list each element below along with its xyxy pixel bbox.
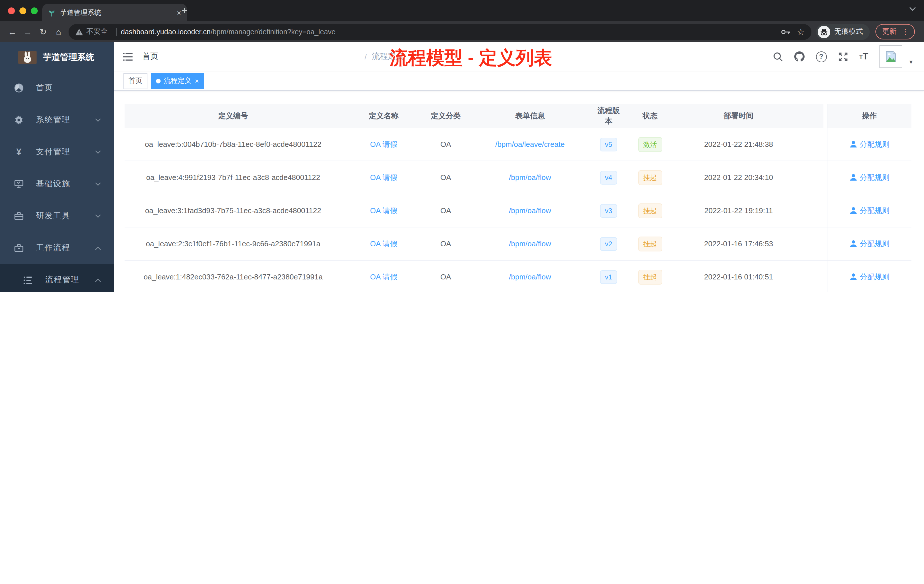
url-path: /bpm/manager/definition?key=oa_leave [211, 28, 335, 36]
form-link[interactable]: /bpm/oa/flow [509, 173, 551, 182]
form-link[interactable]: /bpm/oa/flow [509, 239, 551, 248]
table-row: oa_leave:2:3c1f0ef1-76b1-11ec-9c66-a2380… [125, 228, 911, 261]
status-badge: 挂起 [638, 170, 662, 185]
sidebar-item-label: 首页 [36, 83, 53, 93]
definition-name-link[interactable]: OA 请假 [370, 172, 397, 183]
zoom-window-button[interactable] [31, 7, 38, 14]
chevron-down-icon [95, 150, 101, 154]
url-bar[interactable]: 不安全 dashboard.yudao.iocoder.cn/bpm/manag… [69, 24, 812, 40]
sidebar-item-devtools[interactable]: 研发工具 [0, 200, 114, 232]
sidebar-item-system[interactable]: 系统管理 [0, 104, 114, 136]
fullscreen-icon[interactable] [838, 52, 848, 61]
tag-process-definition[interactable]: 流程定义 × [151, 73, 204, 89]
table-header-row: 定义编号 定义名称 定义分类 表单信息 流程版本 状态 部署时间 操作 [125, 104, 911, 128]
sidebar-item-label: 研发工具 [36, 211, 70, 221]
monitor-icon [14, 180, 23, 188]
version-badge: v5 [600, 137, 617, 151]
bookmark-star-icon[interactable]: ☆ [797, 26, 805, 37]
close-window-button[interactable] [8, 7, 15, 14]
sidebar-collapse-icon[interactable] [123, 52, 132, 61]
tag-home[interactable]: 首页 [124, 73, 147, 89]
assign-rule-button[interactable]: 分配规则 [850, 205, 889, 216]
dashboard-icon [14, 83, 23, 92]
reload-button[interactable]: ↻ [35, 24, 51, 40]
form-link[interactable]: /bpm/oa/flow [509, 272, 551, 281]
url-host: dashboard.yudao.iocoder.cn [121, 28, 211, 36]
sidebar-item-payment[interactable]: ¥ 支付管理 [0, 136, 114, 168]
github-icon[interactable] [794, 51, 804, 62]
sidebar-logo[interactable]: 芋道管理系统 [0, 42, 114, 72]
tag-label: 流程定义 [164, 76, 191, 86]
search-icon[interactable] [773, 52, 782, 61]
table-row: oa_leave:5:004b710b-7b8a-11ec-8ef0-acde4… [125, 128, 911, 161]
assign-rule-button[interactable]: 分配规则 [850, 139, 889, 149]
avatar-caret-icon[interactable]: ▾ [909, 58, 912, 66]
sidebar-item-process-management[interactable]: 流程管理 [0, 264, 114, 292]
workflow-submenu: 流程管理 流程表单 用户分组 [0, 264, 114, 292]
version-badge: v4 [600, 171, 617, 184]
help-icon[interactable]: ? [816, 51, 827, 62]
incognito-label: 无痕模式 [834, 27, 863, 36]
status-badge: 挂起 [638, 203, 662, 218]
table-row: oa_leave:3:1fad3d93-7b75-11ec-a3c8-acde4… [125, 194, 911, 228]
version-badge: v1 [600, 270, 617, 284]
sidebar-item-label: 工作流程 [36, 243, 70, 253]
browser-tab[interactable]: 芋道管理系统 × [42, 4, 187, 21]
avatar[interactable] [880, 45, 903, 68]
new-tab-button[interactable]: + [182, 5, 187, 16]
breadcrumb-home[interactable]: 首页 [142, 51, 360, 62]
definition-name-link[interactable]: OA 请假 [370, 139, 397, 149]
chrome-update-button[interactable]: 更新 ⋮ [875, 24, 915, 40]
password-key-icon[interactable] [781, 29, 790, 35]
security-warning-icon[interactable] [76, 28, 83, 35]
tag-close-icon[interactable]: × [195, 77, 199, 85]
url-divider [116, 28, 116, 36]
chevron-up-icon [95, 278, 101, 282]
home-button[interactable]: ⌂ [51, 24, 66, 40]
column-header: 流程版本 [594, 104, 623, 128]
deploy-time: 2022-01-16 01:40:51 [677, 261, 800, 292]
browser-toolbar: ← → ↻ ⌂ 不安全 dashboard.yudao.iocoder.cn/b… [0, 21, 924, 42]
definition-name-link[interactable]: OA 请假 [370, 239, 397, 249]
favicon-plant-icon [48, 9, 55, 16]
tab-search-chevron-icon[interactable] [909, 7, 916, 12]
table-row: oa_leave:4:991f2193-7b7f-11ec-a3c8-acde4… [125, 161, 911, 194]
assign-rule-button[interactable]: 分配规则 [850, 272, 889, 282]
sidebar-item-workflow[interactable]: 工作流程 [0, 232, 114, 264]
security-label[interactable]: 不安全 [86, 27, 108, 36]
column-header: 定义名称 [342, 104, 426, 128]
tab-title: 芋道管理系统 [60, 8, 172, 17]
sidebar-item-label: 支付管理 [36, 147, 70, 157]
column-header: 状态 [623, 104, 677, 128]
status-badge: 激活 [638, 137, 662, 152]
toolbox-icon [14, 212, 23, 220]
minimize-window-button[interactable] [20, 7, 26, 14]
sidebar-item-infrastructure[interactable]: 基础设施 [0, 168, 114, 200]
forward-button[interactable]: → [20, 24, 35, 40]
chrome-menu-kebab-icon[interactable]: ⋮ [902, 27, 909, 36]
incognito-icon [818, 25, 830, 38]
assign-rule-button[interactable]: 分配规则 [850, 239, 889, 249]
form-link[interactable]: /bpm/oa/leave/create [495, 140, 565, 148]
definition-category: OA [426, 261, 466, 292]
incognito-badge: 无痕模式 [816, 24, 870, 40]
definition-name-link[interactable]: OA 请假 [370, 205, 397, 216]
font-size-icon[interactable]: TT [859, 51, 868, 62]
form-link[interactable]: /bpm/oa/flow [509, 206, 551, 215]
definition-category: OA [426, 228, 466, 260]
version-badge: v2 [600, 237, 617, 251]
definition-category: OA [426, 194, 466, 227]
column-header: 定义编号 [125, 104, 342, 128]
definition-name-link[interactable]: OA 请假 [370, 272, 397, 282]
macos-traffic-lights [8, 7, 38, 14]
logo-image [18, 51, 36, 64]
tab-close-icon[interactable]: × [177, 8, 181, 17]
definition-id: oa_leave:5:004b710b-7b8a-11ec-8ef0-acde4… [125, 128, 342, 160]
sidebar-item-home[interactable]: 首页 [0, 72, 114, 104]
assign-rule-button[interactable]: 分配规则 [850, 172, 889, 183]
app-header: 首页 / 流程定义 流程模型 - 定义列表 ? [114, 42, 924, 71]
status-badge: 挂起 [638, 269, 662, 284]
chevron-down-icon [95, 214, 101, 218]
back-button[interactable]: ← [5, 24, 20, 40]
browser-tabstrip: 芋道管理系统 × + [0, 0, 924, 21]
